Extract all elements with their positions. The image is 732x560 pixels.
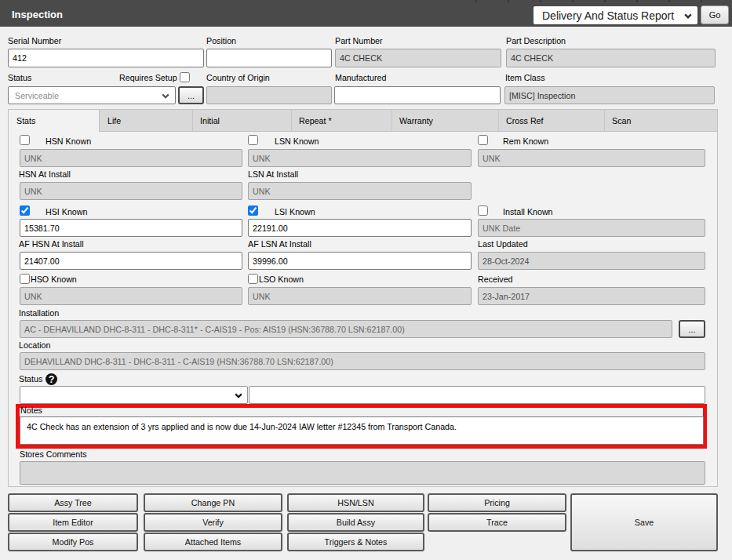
svg-text:?: ? bbox=[49, 374, 55, 385]
